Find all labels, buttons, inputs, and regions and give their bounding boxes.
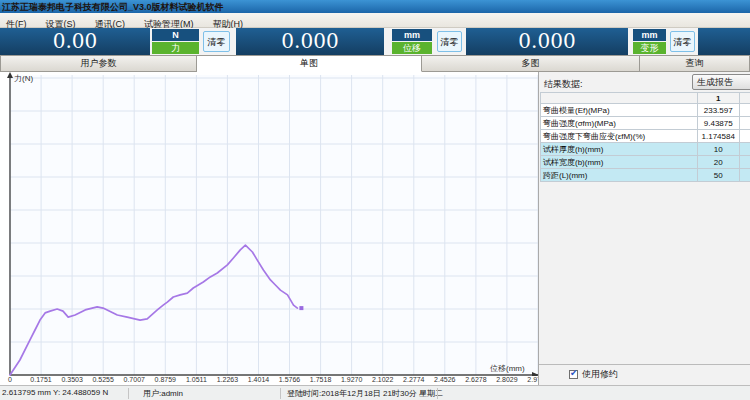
tab-查询[interactable]: 查询 [640,55,750,72]
displacement-value-display: 0.000 [236,28,384,55]
x-tick-label: 0.3503 [61,376,82,383]
force-unit-stack: N 力 [152,29,199,54]
results-panel: 结果数据: 生成报告 12 弯曲模量(Ef)(MPa)233.5970.000弯… [538,72,750,385]
results-col-header: 1 [697,93,739,104]
plot-background [10,75,538,375]
result-label-cell: 跨距(L)(mm) [541,169,698,182]
deformation-unit-label: mm [633,29,666,41]
deformation-channel-label: 变形 [633,42,666,54]
title-bar: 江苏正瑞泰邦电子科技有限公司_V3.0版材料试验机软件 [0,0,750,13]
chart-area: 力(N) 位移(mm) 00.17510.35030.52550.70070.8… [0,72,540,385]
x-axis-ticks: 00.17510.35030.52550.70070.87591.05111.2… [0,376,560,385]
force-unit-label: N [152,29,199,41]
x-tick-label: 2.8029 [496,376,517,383]
deformation-clear-button[interactable]: 清零 [670,31,695,52]
x-tick-label: 0.8759 [155,376,176,383]
tab-多图[interactable]: 多图 [422,55,640,72]
result-value-cell: 0 [739,130,750,143]
tab-单图[interactable]: 单图 [197,55,422,72]
results-table-header: 12 [541,93,750,104]
status-bar: 2.613795 mm Y: 24.488059 N 用户:admin 登陆时间… [0,385,750,400]
status-divider [437,388,438,399]
result-value-cell: 0.000 [739,104,750,117]
x-tick-label: 2.6278 [465,376,486,383]
x-tick-label: 2.4526 [434,376,455,383]
x-tick-label: 1.0511 [186,376,207,383]
cursor-position-readout: 2.613795 mm Y: 24.488059 N [2,388,108,397]
table-row: 弯曲模量(Ef)(MPa)233.5970.000 [541,104,750,117]
table-row: 弯曲强度下弯曲应变(εfM)(%)1.1745840 [541,130,750,143]
results-table-body: 弯曲模量(Ef)(MPa)233.5970.000弯曲强度(σfm)(MPa)9… [541,104,750,182]
x-tick-label: 0 [8,376,12,383]
result-value-cell[interactable]: 20 [697,156,739,169]
result-label-cell: 试样厚度(h)(mm) [541,143,698,156]
displacement-clear-button[interactable]: 清零 [437,31,462,52]
status-divider [280,388,281,399]
rounding-checkbox-label: 使用修约 [582,368,618,381]
result-value-cell[interactable]: 50 [697,169,739,182]
result-value-cell: 1.174584 [697,130,739,143]
x-tick-label: 0.7007 [124,376,145,383]
result-label-cell: 弯曲强度(σfm)(MPa) [541,117,698,130]
force-displacement-plot [0,72,540,376]
result-label-cell: 试样宽度(b)(mm) [541,156,698,169]
window-title: 江苏正瑞泰邦电子科技有限公司_V3.0版材料试验机软件 [2,1,224,13]
status-user: 用户:admin [143,388,183,399]
result-value-cell[interactable] [739,156,750,169]
tab-bar: 用户参数单图多图查询 [0,55,750,72]
table-row: 试样宽度(b)(mm)20 [541,156,750,169]
x-tick-label: 2.1022 [372,376,393,383]
x-tick-label: 0.5255 [92,376,113,383]
tab-用户参数[interactable]: 用户参数 [0,55,197,72]
result-value-cell: 0 [739,117,750,130]
results-col-header [541,93,698,104]
table-row: 弯曲强度(σfm)(MPa)9.438750 [541,117,750,130]
table-row: 试样厚度(h)(mm)10 [541,143,750,156]
app-window: 江苏正瑞泰邦电子科技有限公司_V3.0版材料试验机软件 件(F)设置(S)通讯(… [0,0,750,400]
status-login-time: 登陆时间:2018年12月18日 21时30分 星期二 [287,388,443,399]
result-value-cell[interactable] [739,143,750,156]
result-value-cell: 9.43875 [697,117,739,130]
checkbox-checked-icon: ✔ [569,370,578,379]
x-tick-label: 1.7518 [310,376,331,383]
force-channel-label: 力 [152,42,199,54]
deformation-value-display: 0.000 [466,28,628,55]
x-axis-label: 位移(mm) [490,363,525,374]
results-table: 12 弯曲模量(Ef)(MPa)233.5970.000弯曲强度(σfm)(MP… [540,92,750,182]
panel-divider [539,364,750,365]
generate-report-button[interactable]: 生成报告 [692,74,750,90]
status-divider [128,388,129,399]
readout-row: 0.00 N 力 清零 0.000 mm 位移 清零 0.000 mm 变形 清… [0,28,750,56]
readout-filler-panel [698,28,750,55]
result-value-cell[interactable]: 10 [697,143,739,156]
x-tick-label: 1.9270 [341,376,362,383]
x-tick-label: 1.5766 [279,376,300,383]
force-value-display: 0.00 [0,28,150,55]
force-clear-button[interactable]: 清零 [203,31,230,52]
x-tick-label: 0.1751 [30,376,51,383]
displacement-unit-label: mm [392,29,432,41]
x-tick-label: 1.4014 [248,376,269,383]
result-label-cell: 弯曲模量(Ef)(MPa) [541,104,698,117]
curve-end-marker [299,306,303,310]
results-col-header: 2 [739,93,750,104]
menu-bar: 件(F)设置(S)通讯(C)试验管理(M)帮助(H) [0,13,750,28]
x-tick-label: 1.2263 [217,376,238,383]
check-mark-icon: ✔ [570,368,578,378]
table-row: 跨距(L)(mm)50 [541,169,750,182]
result-value-cell[interactable] [739,169,750,182]
x-tick-label: 2.2774 [403,376,424,383]
y-axis-label: 力(N) [14,73,33,84]
displacement-channel-label: 位移 [392,42,432,54]
result-value-cell: 233.597 [697,104,739,117]
deformation-unit-stack: mm 变形 [633,29,666,54]
result-label-cell: 弯曲强度下弯曲应变(εfM)(%) [541,130,698,143]
displacement-unit-stack: mm 位移 [392,29,432,54]
rounding-checkbox[interactable]: ✔ 使用修约 [569,368,618,381]
results-panel-title: 结果数据: [544,78,583,91]
